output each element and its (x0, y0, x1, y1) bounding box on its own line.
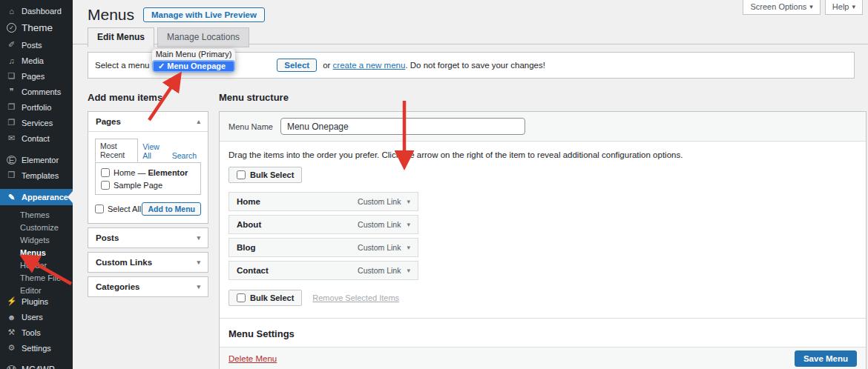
sidebar-item-users[interactable]: ☻ Users (0, 309, 73, 325)
sidebar-item-pages[interactable]: ❏ Pages (0, 68, 73, 84)
menu-item-about[interactable]: About Custom Link▾ (228, 215, 418, 234)
pages-accordion-title: Pages (96, 117, 121, 126)
categories-accordion[interactable]: Categories ▾ (88, 276, 208, 297)
bulk-select-checkbox[interactable] (237, 293, 246, 302)
submenu-item-themes[interactable]: Themes (0, 209, 73, 222)
drag-instructions-text: Drag the items into the order you prefer… (228, 150, 857, 159)
home-page-checkbox[interactable] (101, 168, 110, 177)
expand-item-icon[interactable]: ▾ (407, 244, 410, 251)
bulk-select-toggle-top[interactable]: Bulk Select (228, 167, 302, 183)
select-button[interactable]: Select (277, 59, 317, 72)
chevron-down-icon: ▾ (852, 3, 855, 10)
comments-icon: ❞ (7, 87, 16, 96)
menu-name-row: Menu Name (220, 112, 866, 142)
sidebar-item-label: Services (22, 119, 53, 127)
submenu-item-customize[interactable]: Customize (0, 222, 73, 234)
sidebar-item-portfolio[interactable]: ❐ Portfolio (0, 99, 73, 115)
menu-item-type: Custom Link (358, 220, 401, 229)
live-preview-button[interactable]: Manage with Live Preview (143, 7, 265, 22)
posts-icon: ✐ (7, 40, 16, 50)
menu-item-label: Blog (237, 243, 256, 252)
settings-divider (220, 318, 866, 319)
dropdown-option-label: Menu Onepage (167, 62, 226, 70)
dashboard-icon: ⌂ (7, 7, 16, 16)
select-all-checkbox[interactable] (95, 205, 104, 213)
pages-panel: Pages ▴ Most Recent View All Search Home… (88, 111, 208, 224)
menu-item-label: About (237, 220, 261, 229)
tab-most-recent[interactable]: Most Recent (95, 139, 138, 162)
custom-links-accordion[interactable]: Custom Links ▾ (88, 252, 208, 273)
sidebar-item-services[interactable]: ❐ Services (0, 115, 73, 130)
menu-name-input[interactable] (280, 118, 525, 135)
sidebar-item-settings[interactable]: ⚙ Settings (0, 340, 73, 356)
pages-panel-body: Most Recent View All Search Home — Eleme… (88, 131, 208, 223)
categories-accordion-title: Categories (96, 282, 139, 291)
pages-accordion-header[interactable]: Pages ▴ (88, 112, 208, 131)
sidebar-item-contact[interactable]: ✉ Contact (0, 130, 73, 146)
menu-item-type: Custom Link (358, 243, 401, 252)
page-checkbox-row: Sample Page (101, 181, 195, 190)
sidebar-item-label: Plugins (22, 297, 48, 306)
chevron-down-icon: ▾ (197, 234, 200, 242)
dropdown-option-main-menu[interactable]: Main Menu (Primary) (152, 49, 235, 60)
chevron-down-icon: ▾ (197, 283, 200, 290)
delete-menu-link[interactable]: Delete Menu (228, 354, 277, 363)
sidebar-item-label: Tools (22, 328, 41, 337)
pages-checklist: Home — Elementor Sample Page (95, 162, 201, 195)
save-menu-button[interactable]: Save Menu (795, 350, 857, 367)
menu-item-blog[interactable]: Blog Custom Link▾ (228, 238, 418, 257)
dropdown-option-menu-onepage[interactable]: ✓ Menu Onepage (152, 60, 235, 73)
expand-item-icon[interactable]: ▾ (407, 221, 410, 228)
bulk-select-checkbox[interactable] (237, 170, 246, 179)
settings-icon: ⚙ (7, 343, 16, 353)
sidebar-item-appearance[interactable]: ✎ Appearance (0, 189, 73, 205)
bulk-select-toggle-bottom[interactable]: Bulk Select (228, 290, 302, 306)
sample-page-checkbox[interactable] (101, 181, 110, 190)
sidebar-item-tools[interactable]: ⚒ Tools (0, 325, 73, 340)
posts-accordion-title: Posts (96, 233, 119, 242)
submenu-item-widgets[interactable]: Widgets (0, 234, 73, 247)
submenu-item-header[interactable]: Header (0, 259, 73, 272)
tab-search[interactable]: Search (168, 149, 201, 162)
tab-manage-locations[interactable]: Manage Locations (157, 27, 249, 47)
main-content: Screen Options ▾ Help ▾ Menus Manage wit… (73, 0, 868, 369)
appearance-icon: ✎ (7, 193, 16, 202)
add-to-menu-button[interactable]: Add to Menu (142, 202, 201, 216)
submenu-item-menus[interactable]: Menus (0, 247, 73, 259)
sidebar-item-templates[interactable]: ❒ Templates (0, 167, 73, 183)
sidebar-item-elementor[interactable]: E Elementor (0, 152, 73, 167)
pages-icon: ❏ (7, 71, 16, 81)
menu-structure-panel: Menu Name Drag the items into the order … (219, 111, 867, 369)
sidebar-item-theme[interactable]: ✓ Theme (0, 19, 73, 37)
expand-item-icon[interactable]: ▾ (407, 267, 410, 274)
chevron-down-icon: ▾ (809, 3, 813, 10)
submenu-item-theme-file-editor[interactable]: Theme File Editor (0, 272, 73, 285)
users-icon: ☻ (7, 313, 16, 322)
create-new-menu-link[interactable]: create a new menu (333, 61, 406, 70)
menu-select-dropdown: Main Menu (Primary) ✓ Menu Onepage (152, 49, 235, 73)
sidebar-item-media[interactable]: ♫ Media (0, 53, 73, 68)
sidebar-item-comments[interactable]: ❞ Comments (0, 84, 73, 99)
sidebar-item-dashboard[interactable]: ⌂ Dashboard (0, 3, 73, 19)
select-all-control: Select All (95, 205, 141, 213)
menu-structure-heading: Menu structure (219, 92, 289, 103)
screen-options-button[interactable]: Screen Options ▾ (743, 0, 820, 15)
sidebar-item-label: Portfolio (22, 103, 51, 112)
sidebar-item-mc4wp[interactable]: M MC4WP (0, 362, 73, 369)
theme-logo-icon: ✓ (7, 23, 16, 33)
expand-item-icon[interactable]: ▾ (407, 198, 410, 205)
help-button[interactable]: Help ▾ (825, 0, 863, 15)
menu-actions-footer: Delete Menu Save Menu (220, 347, 866, 369)
save-changes-text: . Do not forget to save your changes! (405, 61, 545, 70)
services-icon: ❐ (7, 118, 16, 127)
bulk-select-label: Bulk Select (250, 293, 294, 302)
sidebar-item-label: Comments (22, 87, 61, 96)
tab-view-all[interactable]: View All (138, 140, 167, 162)
posts-accordion[interactable]: Posts ▾ (88, 227, 208, 248)
remove-selected-items-link[interactable]: Remove Selected Items (312, 293, 399, 302)
tab-edit-menus[interactable]: Edit Menus (88, 27, 154, 47)
menu-item-home[interactable]: Home Custom Link▾ (228, 192, 418, 211)
page-item-label: Sample Page (114, 181, 162, 190)
menu-item-contact[interactable]: Contact Custom Link▾ (228, 261, 418, 280)
sidebar-item-posts[interactable]: ✐ Posts (0, 37, 73, 53)
